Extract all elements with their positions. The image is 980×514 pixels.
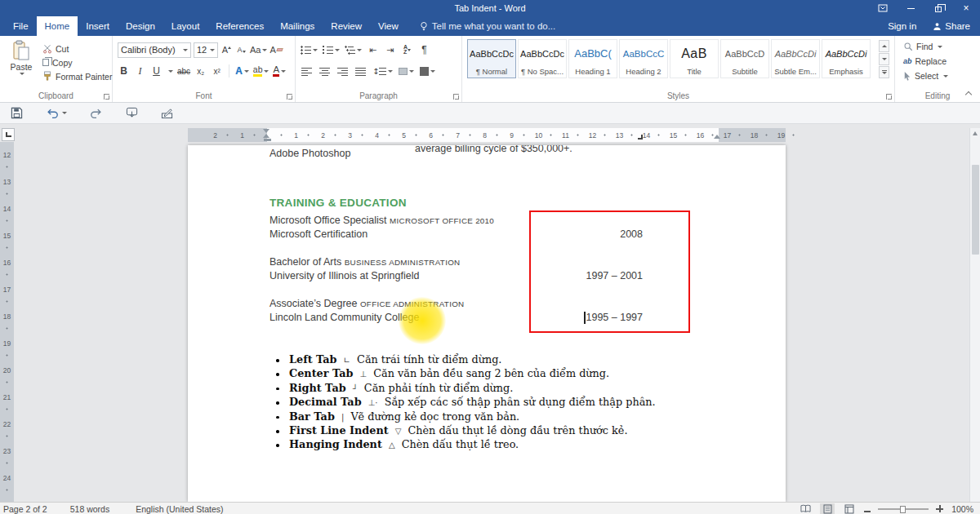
justify-button[interactable] (354, 64, 367, 79)
align-right-button[interactable] (336, 64, 349, 79)
save-button[interactable] (11, 107, 23, 119)
underline-button[interactable]: U (150, 64, 163, 79)
undo-button[interactable] (46, 108, 67, 119)
styles-more-button[interactable] (879, 66, 889, 78)
redo-button[interactable] (90, 108, 103, 119)
styles-dialog-launcher[interactable] (886, 94, 892, 100)
zoom-percentage[interactable]: 100% (951, 504, 973, 514)
word-count[interactable]: 518 words (70, 504, 109, 514)
clipboard-dialog-launcher[interactable] (104, 94, 109, 100)
scrollbar-thumb[interactable] (972, 165, 979, 255)
ribbon-tab[interactable]: Mailings (272, 16, 323, 36)
ribbon-tab[interactable]: References (207, 16, 272, 36)
highlight-color-button[interactable]: ab (253, 64, 270, 79)
select-button[interactable]: Select (903, 71, 948, 81)
numbering-button[interactable] (323, 42, 340, 58)
collapse-ribbon-button[interactable] (962, 89, 975, 100)
bullets-button[interactable] (301, 42, 318, 58)
superscript-button[interactable]: x² (211, 64, 223, 79)
sign-in-button[interactable]: Sign in (888, 21, 916, 31)
find-button[interactable]: Find (903, 42, 942, 51)
hanging-indent-marker[interactable] (263, 134, 270, 138)
share-button[interactable]: Share (933, 21, 970, 31)
right-tab-stop-marker[interactable] (638, 135, 643, 140)
tell-me-box[interactable]: Tell me what you want to do... (420, 16, 556, 36)
style-item[interactable]: AaBbCcC Heading 2 (619, 39, 668, 78)
right-indent-marker[interactable] (714, 135, 720, 139)
style-item[interactable]: AaBbC( Heading 1 (568, 39, 617, 78)
ribbon-tab[interactable]: View (370, 16, 407, 36)
first-line-indent-marker[interactable] (263, 129, 270, 133)
ruler-number: 16 (687, 128, 714, 142)
paragraph-dialog-launcher[interactable] (453, 94, 459, 100)
align-center-button[interactable] (318, 64, 331, 79)
document-page[interactable]: Adobe Photoshop average billing cycle of… (188, 145, 786, 502)
ribbon-tab[interactable]: Layout (163, 16, 208, 36)
ribbon-tab[interactable]: File (5, 16, 37, 36)
ribbon-display-options-button[interactable] (869, 0, 897, 16)
increase-indent-button[interactable]: ⇥ (384, 42, 396, 58)
ribbon-tab[interactable]: Home (37, 16, 78, 36)
page-indicator[interactable]: Page 2 of 2 (3, 504, 47, 514)
text-effects-button[interactable]: A (235, 64, 249, 79)
web-layout-button[interactable] (842, 503, 857, 514)
borders-button[interactable] (420, 64, 435, 79)
paste-button[interactable]: Paste (3, 40, 39, 91)
style-item[interactable]: AaB Title (670, 39, 719, 78)
zoom-slider[interactable] (878, 504, 929, 514)
change-case-button[interactable]: Aa (250, 42, 267, 58)
shading-button[interactable] (399, 64, 414, 79)
vertical-scrollbar[interactable] (969, 128, 980, 502)
touch-mouse-mode-icon (126, 107, 138, 119)
copy-button[interactable]: Copy (42, 55, 112, 69)
multilevel-list-button[interactable] (345, 42, 362, 58)
styles-scroll-up-button[interactable] (879, 40, 889, 52)
sort-button[interactable]: AZ (401, 42, 413, 58)
scroll-up-arrow[interactable] (973, 131, 978, 135)
style-item[interactable]: AaBbCcDi Subtle Em... (771, 39, 820, 78)
decrease-indent-button[interactable]: ⇤ (367, 42, 379, 58)
chevron-up-icon (965, 91, 972, 97)
ribbon-tab[interactable]: Insert (78, 16, 118, 36)
tab-selector-button[interactable] (2, 128, 15, 141)
styles-scroll-down-button[interactable] (879, 53, 889, 65)
horizontal-ruler[interactable]: 2112345678910111213141516171819 (188, 128, 786, 142)
ribbon-tab[interactable]: Design (118, 16, 163, 36)
restore-button[interactable] (924, 0, 952, 16)
touch-mouse-mode-button[interactable] (126, 107, 138, 119)
zoom-slider-thumb[interactable] (900, 506, 906, 513)
bold-button[interactable]: B (118, 64, 130, 79)
zoom-in-button[interactable] (936, 505, 943, 512)
font-name-combobox[interactable]: Calibri (Body) (118, 42, 191, 58)
print-layout-button[interactable] (820, 503, 835, 514)
style-item[interactable]: AaBbCcD Subtitle (720, 39, 769, 78)
ruler-number: 19 (768, 128, 795, 142)
replace-button[interactable]: ab Replace (903, 56, 947, 66)
style-item[interactable]: AaBbCcDi Emphasis (822, 39, 871, 78)
font-dialog-launcher[interactable] (287, 94, 292, 100)
cut-button[interactable]: Cut (42, 42, 112, 55)
left-indent-marker[interactable] (264, 139, 271, 142)
subscript-button[interactable]: x₂ (194, 64, 207, 79)
line-spacing-button[interactable]: ↕ (372, 64, 393, 79)
grow-font-button[interactable]: A (220, 42, 233, 58)
format-painter-button[interactable]: Format Painter (42, 69, 112, 83)
vertical-ruler[interactable]: 12131415161718192021222324 (0, 142, 14, 502)
clear-formatting-button[interactable]: A (270, 42, 282, 58)
start-inking-button[interactable] (161, 107, 173, 119)
language-indicator[interactable]: English (United States) (136, 504, 223, 514)
style-item[interactable]: AaBbCcDc ¶ No Spac... (518, 39, 567, 78)
style-item[interactable]: AaBbCcDc ¶ Normal (467, 39, 516, 78)
read-mode-button[interactable] (798, 503, 813, 514)
show-hide-formatting-button[interactable]: ¶ (418, 42, 430, 58)
close-button[interactable]: × (952, 0, 980, 16)
ribbon-tab[interactable]: Review (323, 16, 370, 36)
font-size-combobox[interactable]: 12 (194, 42, 218, 58)
strikethrough-button[interactable]: abc (177, 64, 190, 79)
minimize-button[interactable] (897, 0, 924, 16)
zoom-out-button[interactable] (864, 504, 871, 514)
italic-button[interactable]: I (134, 64, 146, 79)
align-left-button[interactable] (301, 64, 313, 79)
font-color-button[interactable]: A (273, 64, 286, 79)
shrink-font-button[interactable]: A (235, 42, 247, 58)
